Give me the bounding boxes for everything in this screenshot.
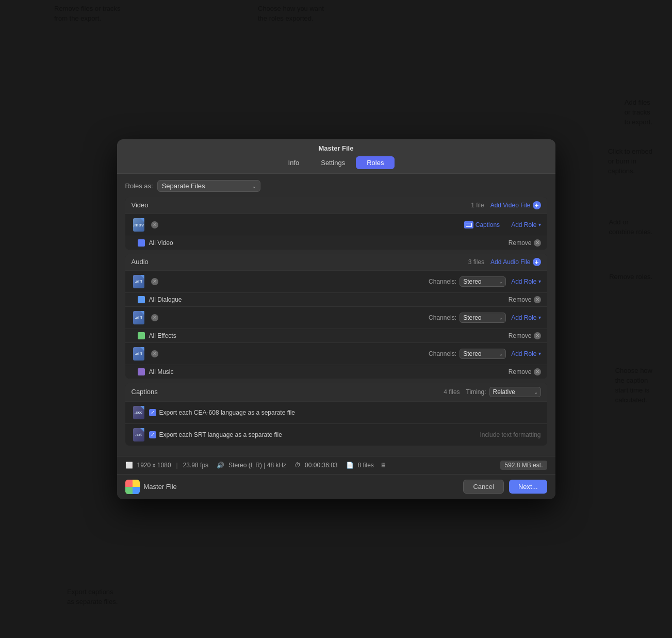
app-icon-q4 — [133, 487, 140, 494]
aiff-1-file-info: Channels: Stereo Mono Surround Add Role … — [158, 276, 541, 287]
channels-1-select[interactable]: Stereo Mono Surround — [460, 276, 506, 287]
aiff-2-file-icon: .aiff — [132, 310, 146, 325]
all-video-role-row: All Video Remove ✕ — [125, 236, 547, 250]
all-effects-color-swatch — [138, 332, 145, 339]
timing-select[interactable]: Relative Absolute — [489, 387, 541, 397]
mov-file-icon: .mov — [132, 218, 146, 232]
add-role-1-chevron-icon: ▾ — [538, 279, 541, 284]
audio-section-count: 3 files — [468, 258, 484, 266]
status-fps: 23.98 fps — [183, 462, 208, 469]
dialog-title: Master File — [117, 144, 555, 152]
bottom-bar: Master File Cancel Next... — [117, 474, 555, 499]
add-role-3-chevron-icon: ▾ — [538, 351, 541, 356]
captions-section-header: Captions 4 files Timing: Relative Absolu… — [125, 383, 547, 402]
tab-info[interactable]: Info — [277, 156, 310, 169]
roles-as-row: Roles as: Separate Files Single File Mul… — [125, 180, 547, 192]
channels-2-select-wrapper[interactable]: Stereo Mono — [460, 313, 506, 323]
remove-aiff-3-button[interactable]: ✕ — [151, 350, 158, 357]
status-clock-icon: ⏱ — [294, 462, 301, 469]
timing-select-wrapper[interactable]: Relative Absolute — [489, 387, 541, 397]
all-dialogue-role-name: All Dialogue — [149, 296, 509, 303]
scc-checkbox-label[interactable]: Export each CEA-608 language as a separa… — [149, 409, 541, 416]
video-section-count: 1 file — [471, 202, 484, 209]
scc-checkbox[interactable] — [149, 409, 156, 416]
annotation-embed-captions: Click to embedor burn incaptions. — [608, 147, 652, 176]
main-dialog: Master File Info Settings Roles Roles as… — [117, 139, 555, 499]
channels-1-label: Channels: — [429, 278, 456, 285]
audio-section-title: Audio — [132, 258, 149, 266]
add-role-chevron-icon: ▾ — [538, 222, 541, 227]
all-music-color-swatch — [138, 368, 145, 375]
remove-all-video-button[interactable]: Remove ✕ — [509, 239, 541, 247]
video-section: Video 1 file Add Video File + .mov ✕ — [125, 197, 547, 250]
annotation-remove-roles: Remove roles. — [609, 272, 652, 282]
remove-dialogue-button[interactable]: Remove ✕ — [509, 296, 541, 303]
captions-section-count: 4 files — [444, 388, 460, 396]
titlebar: Master File Info Settings Roles — [117, 139, 555, 174]
cancel-button[interactable]: Cancel — [463, 480, 503, 494]
all-music-role-name: All Music — [149, 368, 509, 375]
status-files-icon: 📄 — [346, 462, 354, 469]
scc-file-icon: .scc — [132, 405, 146, 420]
channels-3-label: Channels: — [429, 350, 456, 357]
add-video-file-button[interactable]: Add Video File + — [490, 201, 541, 209]
content-area: Roles as: Separate Files Single File Mul… — [117, 174, 555, 456]
timing-wrapper: Timing: Relative Absolute — [466, 387, 541, 397]
aiff-1-file-row: .aiff ✕ Channels: Stereo Mono Surround — [125, 271, 547, 293]
next-button[interactable]: Next... — [509, 480, 547, 494]
app-icon — [125, 480, 140, 494]
all-dialogue-role-row: All Dialogue Remove ✕ — [125, 293, 547, 307]
add-role-aiff-2-button[interactable]: Add Role ▾ — [511, 314, 540, 321]
srt-checkbox[interactable] — [149, 431, 156, 438]
remove-music-button[interactable]: Remove ✕ — [509, 368, 541, 375]
status-duration: 00:00:36:03 — [305, 462, 337, 469]
add-role-aiff-3-button[interactable]: Add Role ▾ — [511, 350, 540, 357]
channels-2-label: Channels: — [429, 314, 456, 321]
timing-label: Timing: — [466, 388, 486, 396]
annotation-roles-exported: Choose how you wantthe roles exported. — [258, 4, 324, 24]
status-monitor-icon: 🖥 — [380, 462, 386, 469]
channels-1-select-wrapper[interactable]: Stereo Mono Surround — [460, 276, 506, 287]
video-file-row: .mov ✕ Captions Add Role ▾ — [125, 214, 547, 236]
channels-3-select-wrapper[interactable]: Stereo Mono — [460, 349, 506, 359]
video-section-title: Video — [132, 201, 149, 209]
remove-video-circle-icon: ✕ — [534, 239, 541, 247]
remove-aiff-1-button[interactable]: ✕ — [151, 278, 158, 285]
annotation-caption-timing: Choose howthe captionstart time iscalcul… — [615, 366, 652, 405]
aiff-2-file-info: Channels: Stereo Mono Add Role ▾ — [158, 313, 541, 323]
add-audio-plus-icon: + — [533, 258, 541, 266]
status-bar: ⬜ 1920 x 1080 | 23.98 fps 🔊 Stereo (L R)… — [117, 456, 555, 474]
all-music-role-row: All Music Remove ✕ — [125, 365, 547, 379]
tab-roles[interactable]: Roles — [356, 156, 395, 169]
status-resolution: 1920 x 1080 — [137, 462, 171, 469]
aiff-3-file-row: .aiff ✕ Channels: Stereo Mono — [125, 343, 547, 365]
roles-as-label: Roles as: — [125, 182, 153, 190]
mov-file-info: Captions Add Role ▾ — [158, 221, 541, 228]
remove-aiff-2-button[interactable]: ✕ — [151, 314, 158, 321]
app-name-label: Master File — [144, 483, 177, 490]
audio-section: Audio 3 files Add Audio File + .aiff ✕ — [125, 254, 547, 379]
status-icon-screen: ⬜ — [125, 462, 133, 469]
include-text-formatting-label: Include text formatting — [480, 431, 540, 438]
scc-caption-row: .scc Export each CEA-608 language as a s… — [125, 402, 547, 424]
annotation-add-roles: Add orcombine roles. — [609, 218, 652, 237]
add-role-aiff-1-button[interactable]: Add Role ▾ — [511, 278, 540, 285]
channels-3-select[interactable]: Stereo Mono — [460, 349, 506, 359]
app-icon-area: Master File — [125, 480, 177, 494]
all-dialogue-color-swatch — [138, 296, 145, 303]
captions-badge[interactable]: Captions — [464, 221, 500, 228]
add-audio-file-button[interactable]: Add Audio File + — [490, 258, 540, 266]
roles-select-wrapper[interactable]: Separate Files Single File Multitrack Fi… — [157, 180, 260, 192]
channels-2-select[interactable]: Stereo Mono — [460, 313, 506, 323]
tab-settings[interactable]: Settings — [310, 156, 356, 169]
roles-as-select[interactable]: Separate Files Single File Multitrack Fi… — [157, 180, 260, 192]
add-role-video-button[interactable]: Add Role ▾ — [511, 221, 540, 228]
app-icon-q3 — [125, 487, 133, 494]
video-section-header: Video 1 file Add Video File + — [125, 197, 547, 214]
remove-effects-circle-icon: ✕ — [534, 332, 541, 339]
srt-checkbox-label[interactable]: Export each SRT language as a separate f… — [149, 431, 480, 438]
remove-effects-button[interactable]: Remove ✕ — [509, 332, 541, 339]
annotation-remove-files: Remove files or tracksfrom the export. — [54, 4, 121, 24]
remove-mov-button[interactable]: ✕ — [151, 221, 158, 228]
captions-icon — [464, 221, 473, 228]
